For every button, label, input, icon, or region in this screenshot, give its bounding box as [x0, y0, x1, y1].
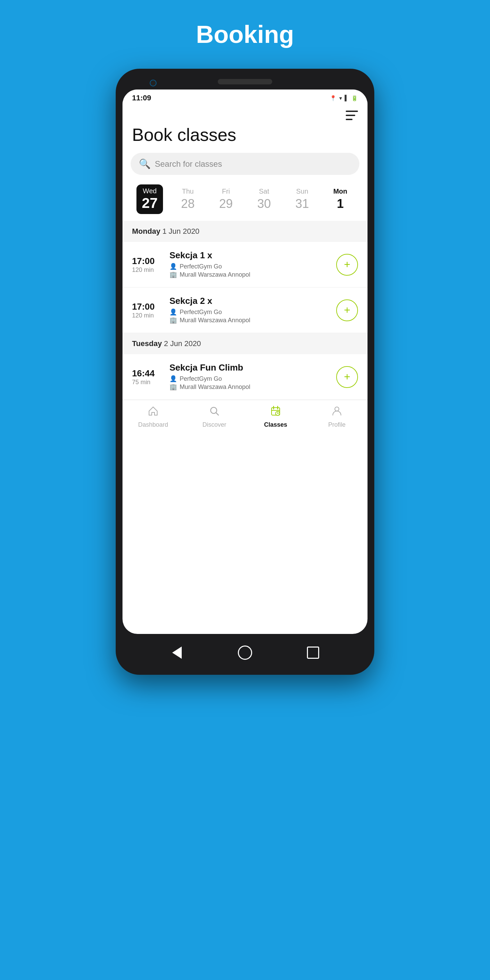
add-class-button[interactable]: + [336, 254, 358, 275]
phone-screen: 11:09 📍 ▾ ▌ 🔋 Book classes 🔍 Sea [123, 89, 368, 634]
calendar-day-thu[interactable]: Thu 28 [169, 188, 207, 211]
back-button[interactable] [169, 644, 185, 661]
instructor-icon: 👤 [169, 375, 177, 382]
class-info: Sekcja 2 x 👤 PerfectGym Go 🏢 Murall Wars… [169, 296, 329, 325]
phone-frame: 11:09 📍 ▾ ▌ 🔋 Book classes 🔍 Sea [116, 69, 374, 675]
search-bar[interactable]: 🔍 Search for classes [130, 153, 360, 175]
class-time-value: 17:00 [132, 301, 163, 312]
instructor-name: PerfectGym Go [180, 309, 222, 316]
class-item: 16:44 75 min Sekcja Fun Climb 👤 PerfectG… [123, 354, 368, 400]
phone-speaker [218, 79, 272, 84]
class-time: 16:44 75 min [132, 368, 163, 386]
phone-top-bar [123, 76, 368, 89]
location-icon: 🏢 [169, 317, 177, 324]
calendar-day-wed[interactable]: Wed 27 [130, 185, 169, 214]
status-icons: 📍 ▾ ▌ 🔋 [330, 95, 358, 102]
add-class-button[interactable]: + [336, 366, 358, 388]
nav-icon-profile [331, 406, 342, 419]
class-time: 17:00 120 min [132, 256, 163, 274]
nav-item-discover[interactable]: Discover [197, 406, 231, 428]
home-button[interactable] [237, 644, 253, 661]
location-name: Murall Warszawa Annopol [180, 383, 250, 391]
class-name: Sekcja 2 x [169, 296, 329, 306]
svg-point-12 [335, 407, 339, 411]
nav-label-dashboard: Dashboard [138, 421, 168, 428]
location-name: Murall Warszawa Annopol [180, 317, 250, 324]
instructor-icon: 👤 [169, 263, 177, 270]
instructor-icon: 👤 [169, 308, 177, 316]
nav-item-classes[interactable]: Classes [259, 406, 293, 428]
section-header-1: Tuesday 2 Jun 2020 [123, 333, 368, 354]
class-duration: 120 min [132, 312, 163, 319]
class-location: 🏢 Murall Warszawa Annopol [169, 317, 329, 324]
class-name: Sekcja Fun Climb [169, 363, 329, 373]
signal-icon: ▌ [345, 95, 348, 101]
sections-container: Monday 1 Jun 2020 17:00 120 min Sekcja 1… [123, 221, 368, 400]
svg-line-4 [216, 413, 218, 415]
search-icon: 🔍 [139, 158, 151, 169]
page-title: Booking [196, 21, 294, 48]
location-icon: 📍 [330, 95, 337, 102]
location-name: Murall Warszawa Annopol [180, 271, 250, 278]
class-location: 🏢 Murall Warszawa Annopol [169, 271, 329, 278]
nav-label-profile: Profile [328, 421, 345, 428]
nav-icon-dashboard [148, 406, 159, 419]
svg-rect-0 [346, 111, 358, 112]
status-bar: 11:09 📍 ▾ ▌ 🔋 [123, 89, 368, 105]
calendar-day-sat[interactable]: Sat 30 [245, 188, 283, 211]
nav-item-profile[interactable]: Profile [320, 406, 354, 428]
search-input[interactable]: Search for classes [155, 159, 222, 169]
bottom-nav: Dashboard Discover Classes Profile [123, 400, 368, 437]
class-time-value: 17:00 [132, 256, 163, 266]
nav-icon-classes [270, 406, 281, 419]
calendar-strip: Wed 27 Thu 28Fri 29Sat 30Sun 31Mon 1 [123, 185, 368, 221]
class-time: 17:00 120 min [132, 301, 163, 319]
class-item: 17:00 120 min Sekcja 2 x 👤 PerfectGym Go… [123, 288, 368, 333]
class-location: 🏢 Murall Warszawa Annopol [169, 383, 329, 391]
add-class-button[interactable]: + [336, 299, 358, 321]
class-info: Sekcja 1 x 👤 PerfectGym Go 🏢 Murall Wars… [169, 250, 329, 279]
app-header [123, 105, 368, 125]
instructor-name: PerfectGym Go [180, 375, 222, 382]
svg-rect-1 [346, 115, 355, 116]
wifi-icon: ▾ [339, 95, 342, 102]
class-time-value: 16:44 [132, 368, 163, 379]
class-name: Sekcja 1 x [169, 250, 329, 261]
battery-icon: 🔋 [351, 95, 358, 102]
calendar-day-fri[interactable]: Fri 29 [207, 188, 245, 211]
phone-bottom-bar [123, 637, 368, 668]
nav-icon-discover [209, 406, 220, 419]
class-instructor: 👤 PerfectGym Go [169, 263, 329, 270]
screen-title: Book classes [123, 125, 368, 153]
filter-button[interactable] [346, 111, 358, 123]
svg-rect-2 [346, 119, 353, 120]
status-time: 11:09 [132, 94, 151, 102]
calendar-day-sun[interactable]: Sun 31 [283, 188, 321, 211]
class-info: Sekcja Fun Climb 👤 PerfectGym Go 🏢 Mural… [169, 363, 329, 391]
phone-camera [150, 80, 156, 86]
section-header-0: Monday 1 Jun 2020 [123, 221, 368, 242]
nav-item-dashboard[interactable]: Dashboard [136, 406, 170, 428]
class-duration: 75 min [132, 379, 163, 386]
nav-label-discover: Discover [202, 421, 226, 428]
location-icon: 🏢 [169, 271, 177, 278]
class-instructor: 👤 PerfectGym Go [169, 375, 329, 382]
class-item: 17:00 120 min Sekcja 1 x 👤 PerfectGym Go… [123, 242, 368, 288]
recents-button[interactable] [305, 644, 321, 661]
calendar-day-mon[interactable]: Mon 1 [321, 188, 360, 211]
class-duration: 120 min [132, 266, 163, 274]
location-icon: 🏢 [169, 383, 177, 391]
class-instructor: 👤 PerfectGym Go [169, 308, 329, 316]
nav-label-classes: Classes [264, 421, 287, 428]
instructor-name: PerfectGym Go [180, 263, 222, 270]
